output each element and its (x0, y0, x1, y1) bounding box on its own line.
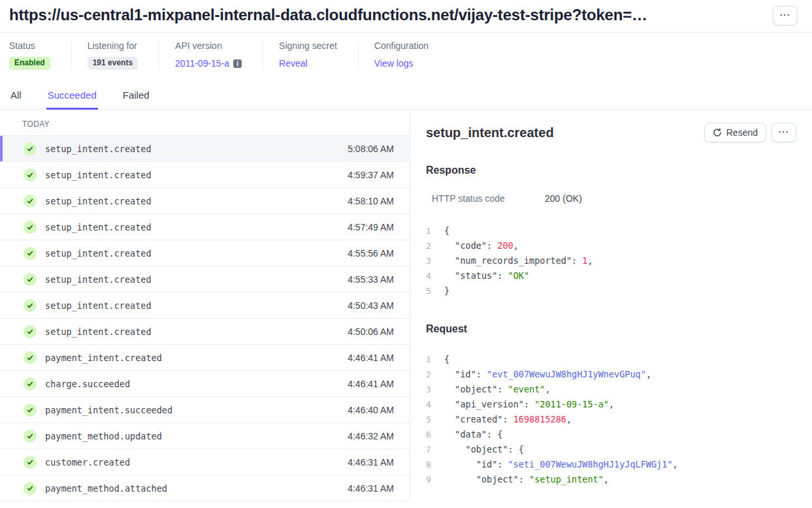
line-number: 4 (426, 397, 434, 412)
event-detail-title: setup_intent.created (426, 125, 554, 140)
response-section-heading: Response (426, 165, 796, 176)
event-time: 4:46:31 AM (348, 457, 394, 468)
meta-configuration: Configuration View logs (358, 40, 449, 70)
event-detail-panel: setup_intent.created Resend ··· Response… (410, 110, 812, 501)
event-name: setup_intent.created (45, 196, 348, 206)
success-check-icon (24, 195, 37, 208)
line-number: 1 (426, 352, 434, 367)
code-line-content: { (444, 223, 449, 238)
code-line-content: "num_records_imported": 1, (444, 253, 593, 268)
line-number: 1 (426, 223, 434, 238)
success-check-icon (24, 456, 37, 469)
event-row[interactable]: payment_method.attached 4:46:31 AM (0, 475, 410, 501)
event-time: 4:50:06 AM (348, 326, 394, 337)
code-line: 1 { (426, 352, 796, 367)
event-time: 4:46:40 AM (348, 405, 394, 415)
event-filter-tabs: AllSucceededFailed (0, 79, 812, 110)
page-header: https://us-central1-mixpanel-internal-da… (0, 0, 812, 33)
line-number: 5 (426, 412, 434, 427)
event-row[interactable]: setup_intent.created 4:57:49 AM (0, 214, 410, 240)
meta-label: Configuration (374, 40, 429, 51)
event-row[interactable]: setup_intent.created 4:55:33 AM (0, 266, 410, 293)
code-line: 5 } (426, 283, 796, 298)
event-name: setup_intent.created (45, 274, 348, 285)
event-name: payment_intent.succeeded (45, 405, 348, 415)
event-row[interactable]: setup_intent.created 4:50:43 AM (0, 293, 410, 319)
code-line: 7 "object": { (426, 442, 796, 457)
api-version-link[interactable]: 2011-09-15-a (175, 58, 229, 69)
event-row[interactable]: charge.succeeded 4:46:41 AM (0, 371, 410, 397)
event-name: setup_intent.created (45, 300, 348, 311)
event-time: 5:08:06 AM (348, 144, 394, 154)
event-row[interactable]: setup_intent.created 4:50:06 AM (0, 319, 410, 345)
code-line: 5 "created": 1698815286, (426, 412, 796, 427)
detail-overflow-button[interactable]: ··· (771, 123, 796, 142)
meta-api-version: API version 2011-09-15-ai (159, 40, 263, 70)
event-row[interactable]: setup_intent.created 5:08:06 AM (0, 136, 410, 162)
event-time: 4:55:33 AM (348, 274, 394, 285)
code-line-content: "created": 1698815286, (444, 412, 572, 427)
http-status-value: 200 (OK) (545, 193, 582, 204)
endpoint-meta-row: Status Enabled Listening for 191 events … (0, 33, 812, 79)
event-row[interactable]: payment_method.updated 4:46:32 AM (0, 423, 410, 449)
code-line-content: "status": "OK" (444, 268, 529, 283)
tab-failed[interactable]: Failed (122, 87, 151, 110)
event-row[interactable]: setup_intent.created 4:58:10 AM (0, 188, 410, 214)
resend-button[interactable]: Resend (704, 123, 766, 142)
code-line: 1 { (426, 223, 796, 238)
event-row[interactable]: setup_intent.created 4:55:56 AM (0, 240, 410, 266)
event-time: 4:46:41 AM (348, 379, 394, 389)
success-check-icon (24, 221, 37, 234)
event-row[interactable]: customer.created 4:46:31 AM (0, 449, 410, 475)
request-code-block: 1 { 2 "id": "evt_007WewuJW8hgHJ1yWnevGPu… (426, 352, 796, 487)
code-line: 9 "object": "setup_intent", (426, 472, 796, 487)
tab-succeeded[interactable]: Succeeded (46, 87, 98, 110)
success-check-icon (24, 273, 37, 286)
success-check-icon (24, 168, 37, 182)
event-time: 4:59:37 AM (348, 170, 394, 180)
view-logs-link[interactable]: View logs (374, 58, 414, 69)
line-number: 2 (426, 367, 434, 382)
line-number: 9 (426, 472, 434, 487)
request-section-heading: Request (426, 323, 796, 335)
line-number: 4 (426, 268, 434, 283)
reveal-link[interactable]: Reveal (279, 58, 308, 69)
info-icon[interactable]: i (233, 59, 242, 68)
meta-status: Status Enabled (9, 40, 71, 70)
event-name: payment_method.attached (45, 483, 348, 494)
code-line: 3 "num_records_imported": 1, (426, 253, 796, 268)
code-line-content: "id": "seti_007WewuJW8hgHJ1yJqLFWGj1", (444, 457, 678, 472)
event-time: 4:46:32 AM (348, 431, 394, 441)
code-line-content: "object": { (444, 442, 524, 457)
code-line: 3 "object": "event", (426, 382, 796, 397)
event-rows: setup_intent.created 5:08:06 AM setup_in… (0, 136, 410, 501)
code-line: 4 "status": "OK" (426, 268, 796, 283)
event-row[interactable]: payment_intent.succeeded 4:46:40 AM (0, 397, 410, 423)
event-row[interactable]: payment_intent.created 4:46:41 AM (0, 345, 410, 371)
code-line-content: "object": "setup_intent", (444, 472, 609, 487)
event-name: setup_intent.created (45, 248, 348, 259)
event-name: payment_method.updated (45, 431, 348, 441)
http-status-row: HTTP status code 200 (OK) (432, 193, 796, 204)
line-number: 8 (426, 457, 434, 472)
header-overflow-button[interactable]: ··· (773, 6, 798, 25)
success-check-icon (24, 404, 37, 417)
response-code-block: 1 { 2 "code": 200, 3 "num_records_import… (426, 223, 796, 298)
code-line: 4 "api_version": "2011-09-15-a", (426, 397, 796, 412)
success-check-icon (24, 325, 37, 338)
event-time: 4:57:49 AM (348, 222, 394, 232)
event-name: setup_intent.created (45, 222, 348, 232)
event-time: 4:46:31 AM (348, 483, 394, 494)
ellipsis-icon: ··· (779, 127, 789, 136)
resend-button-label: Resend (726, 127, 758, 138)
code-line: 6 "data": { (426, 427, 796, 442)
tab-all[interactable]: All (9, 87, 23, 110)
line-number: 7 (426, 442, 434, 457)
event-time: 4:50:43 AM (348, 300, 394, 311)
event-time: 4:55:56 AM (348, 248, 394, 259)
meta-listening-for: Listening for 191 events (71, 40, 159, 70)
status-badge: Enabled (9, 57, 50, 69)
event-row[interactable]: setup_intent.created 4:59:37 AM (0, 162, 410, 188)
code-line: 8 "id": "seti_007WewuJW8hgHJ1yJqLFWGj1", (426, 457, 796, 472)
event-name: setup_intent.created (45, 144, 348, 154)
